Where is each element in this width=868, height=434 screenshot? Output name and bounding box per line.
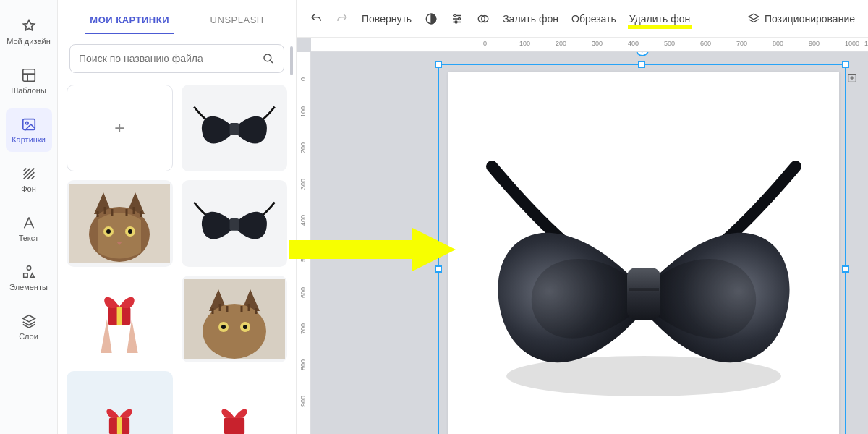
remove-bg-button[interactable]: Удалить фон (629, 13, 690, 25)
layers-icon (21, 313, 37, 329)
positioning-button[interactable]: Позиционирование (747, 12, 855, 25)
thumb-cat[interactable] (182, 276, 288, 362)
top-toolbar: Повернуть Залить фон Обрезать Удалить фо… (297, 0, 868, 38)
crop-button[interactable]: Обрезать (571, 13, 616, 25)
ruler-tick: 200 (556, 40, 566, 47)
star-icon (21, 18, 37, 34)
ruler-tick: 800 (773, 40, 783, 47)
rotate-button[interactable]: Повернуть (362, 13, 412, 25)
nav-images[interactable]: Картинки (6, 109, 52, 152)
nav-label: Мой дизайн (7, 37, 51, 46)
ruler-tick: 100 (519, 40, 530, 47)
ruler-tick: 1000 (845, 40, 859, 47)
ruler-tick: 700 (736, 40, 747, 47)
resize-handle[interactable] (638, 61, 645, 68)
search-box[interactable] (69, 44, 284, 73)
selection-box[interactable] (438, 64, 846, 434)
thumb-grid: + (58, 79, 296, 434)
redo-icon (336, 12, 349, 25)
thumb-cat[interactable] (67, 180, 173, 267)
thumb-bowtie[interactable] (182, 85, 288, 171)
svg-point-12 (128, 229, 132, 234)
nav-my-design[interactable]: Мой дизайн (6, 10, 52, 54)
sliders-icon (451, 12, 464, 25)
ruler-tick: 200 (299, 142, 307, 153)
svg-rect-36 (289, 240, 412, 259)
redo-button[interactable] (336, 12, 349, 25)
overlap-button[interactable] (477, 12, 490, 25)
gift-icon (76, 285, 163, 353)
ruler-tick: 700 (299, 323, 307, 334)
ruler-tick: 900 (809, 40, 820, 47)
add-page-icon[interactable] (846, 72, 858, 84)
library-panel: МОИ КАРТИНКИ UNSPLASH + (58, 0, 297, 434)
bowtie-icon (187, 95, 281, 162)
resize-handle[interactable] (435, 61, 442, 68)
cat-icon (184, 279, 285, 359)
hatch-icon (21, 166, 37, 182)
add-image-button[interactable]: + (67, 85, 173, 171)
thumb-bowtie[interactable] (182, 180, 288, 267)
nav-background[interactable]: Фон (6, 158, 52, 201)
svg-point-2 (25, 122, 28, 124)
gift-icon (80, 383, 159, 434)
contrast-button[interactable] (425, 12, 438, 25)
ruler-tick: 300 (592, 40, 603, 47)
ruler-tick: 100 (299, 106, 307, 117)
shapes-icon (21, 264, 37, 280)
svg-rect-23 (117, 417, 122, 434)
nav-text[interactable]: Текст (6, 207, 52, 250)
nav-layers[interactable]: Слои (6, 305, 52, 349)
undo-button[interactable] (310, 12, 323, 25)
svg-rect-15 (117, 307, 122, 326)
image-icon (21, 116, 37, 132)
tab-my-images[interactable]: МОИ КАРТИНКИ (85, 10, 174, 34)
svg-point-28 (455, 21, 457, 23)
svg-rect-4 (23, 273, 27, 278)
svg-point-11 (106, 229, 111, 234)
resize-handle[interactable] (842, 265, 849, 273)
instruction-arrow (289, 224, 463, 275)
ruler-tick: 0 (299, 77, 307, 81)
nav-label: Текст (19, 234, 39, 242)
svg-point-5 (264, 54, 271, 61)
svg-marker-37 (412, 228, 456, 271)
thumb-gift[interactable] (67, 371, 173, 434)
thumb-gift[interactable] (182, 371, 288, 434)
thumb-gift[interactable] (67, 276, 173, 362)
svg-point-20 (221, 325, 226, 329)
ruler-tick: 400 (628, 40, 639, 47)
svg-point-26 (454, 14, 456, 17)
nav-label: Картинки (12, 135, 46, 144)
rotate-handle[interactable] (636, 52, 649, 56)
ruler-tick: 500 (664, 40, 675, 47)
fill-bg-button[interactable]: Залить фон (503, 13, 558, 25)
resize-handle[interactable] (842, 61, 849, 68)
adjust-button[interactable] (451, 12, 464, 25)
ruler-tick: 600 (700, 40, 711, 47)
side-nav: Мой дизайн Шаблоны Картинки Фон Текст Эл… (0, 0, 58, 434)
text-icon (21, 215, 37, 231)
search-input[interactable] (79, 53, 262, 64)
svg-point-27 (459, 17, 461, 20)
ruler-tick: 300 (299, 179, 307, 190)
nav-elements[interactable]: Элементы (6, 256, 52, 299)
ruler-horizontal: 0 100 200 300 400 500 600 700 800 900 10… (311, 38, 868, 52)
bowtie-icon (187, 190, 281, 258)
svg-point-21 (243, 325, 247, 329)
nav-label: Элементы (9, 283, 48, 292)
scrollbar[interactable] (290, 46, 293, 75)
nav-label: Фон (21, 184, 36, 193)
nav-label: Шаблоны (11, 86, 46, 95)
svg-rect-24 (224, 417, 244, 434)
svg-rect-13 (229, 218, 239, 231)
overlap-icon (477, 12, 490, 25)
nav-label: Слои (19, 332, 38, 341)
tab-unsplash[interactable]: UNSPLASH (206, 10, 268, 34)
stack-icon (747, 12, 760, 25)
nav-templates[interactable]: Шаблоны (6, 59, 52, 103)
app-root: Мой дизайн Шаблоны Картинки Фон Текст Эл… (0, 0, 868, 434)
contrast-icon (425, 12, 438, 25)
svg-rect-0 (22, 69, 35, 82)
ruler-tick: 800 (299, 359, 307, 370)
